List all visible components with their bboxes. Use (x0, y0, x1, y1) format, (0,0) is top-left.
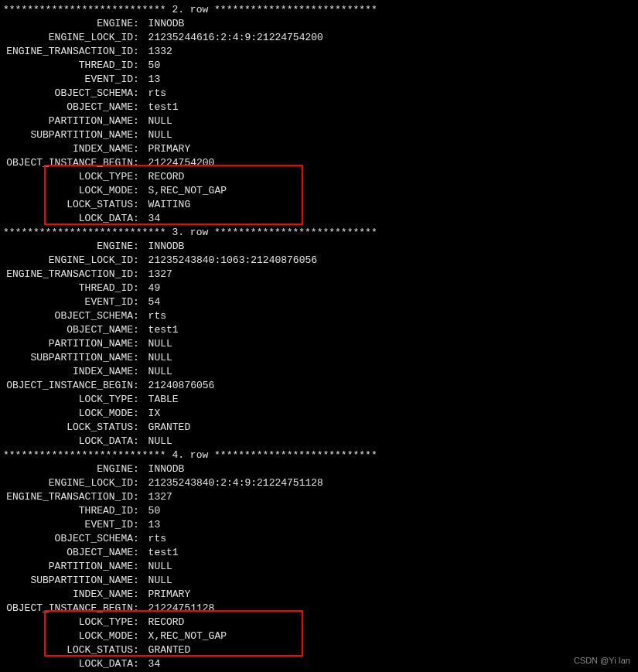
field-line: OBJECT_SCHEMA: rts (0, 532, 638, 546)
colon: : (133, 421, 148, 435)
field-value: 50 (148, 59, 161, 73)
colon: : (133, 212, 148, 226)
field-value: 21235243840:2:4:9:21224751128 (148, 476, 323, 490)
field-value: NULL (148, 574, 172, 588)
field-line: EVENT_ID: 13 (0, 518, 638, 532)
colon: : (133, 337, 148, 351)
field-value: rts (148, 532, 166, 546)
colon: : (133, 184, 148, 198)
field-value: INNODB (148, 240, 185, 254)
field-value: 50 (148, 504, 161, 518)
field-line: OBJECT_NAME: test1 (0, 323, 638, 337)
colon: : (133, 170, 148, 184)
field-label: LOCK_STATUS (0, 198, 133, 212)
field-label: SUBPARTITION_NAME (0, 574, 133, 588)
row-separator: *************************** 4. row *****… (0, 449, 638, 462)
watermark: CSDN @Yi Ian (574, 653, 630, 667)
colon: : (133, 73, 148, 87)
field-label: ENGINE_TRANSACTION_ID (0, 490, 133, 504)
field-value: NULL (148, 560, 172, 574)
field-value: 21224751128 (148, 602, 215, 616)
field-value: test1 (148, 323, 179, 337)
field-line: LOCK_MODE: IX (0, 407, 638, 421)
field-value: PRIMARY (148, 142, 191, 156)
field-line: LOCK_DATA: 34 (0, 657, 638, 671)
field-line: EVENT_ID: 54 (0, 295, 638, 309)
field-line: THREAD_ID: 49 (0, 281, 638, 295)
field-line: LOCK_TYPE: RECORD (0, 616, 638, 629)
field-line: INDEX_NAME: PRIMARY (0, 588, 638, 602)
row-separator: *************************** 3. row *****… (0, 226, 638, 240)
colon: : (133, 560, 148, 574)
field-line: OBJECT_INSTANCE_BEGIN: 21224751128 (0, 602, 638, 616)
field-label: LOCK_MODE (0, 629, 133, 643)
field-value: rts (148, 309, 166, 323)
field-label: LOCK_TYPE (0, 170, 133, 184)
field-line: INDEX_NAME: PRIMARY (0, 142, 638, 156)
field-line: SUBPARTITION_NAME: NULL (0, 128, 638, 142)
colon: : (133, 87, 148, 101)
field-line: PARTITION_NAME: NULL (0, 337, 638, 351)
field-label: LOCK_MODE (0, 407, 133, 421)
field-label: ENGINE_TRANSACTION_ID (0, 268, 133, 281)
colon: : (133, 309, 148, 323)
field-label: PARTITION_NAME (0, 560, 133, 574)
colon: : (133, 490, 148, 504)
colon: : (133, 602, 148, 616)
field-line: ENGINE_LOCK_ID: 21235243840:1063:2124087… (0, 254, 638, 268)
colon: : (133, 435, 148, 449)
colon: : (133, 142, 148, 156)
field-line: LOCK_STATUS: WAITING (0, 198, 638, 212)
field-value: 34 (148, 657, 161, 671)
field-value: 13 (148, 518, 161, 532)
field-value: NULL (148, 435, 172, 449)
field-value: test1 (148, 546, 179, 560)
colon: : (133, 379, 148, 393)
field-line: INDEX_NAME: NULL (0, 365, 638, 379)
field-label: OBJECT_SCHEMA (0, 309, 133, 323)
field-value: 34 (148, 212, 161, 226)
field-line: LOCK_MODE: S,REC_NOT_GAP (0, 184, 638, 198)
colon: : (133, 268, 148, 281)
terminal-output: *************************** 2. row *****… (0, 3, 638, 671)
field-line: ENGINE_LOCK_ID: 21235243840:2:4:9:212247… (0, 476, 638, 490)
row-separator: *************************** 2. row *****… (0, 3, 638, 17)
field-value: 54 (148, 295, 161, 309)
field-line: OBJECT_NAME: test1 (0, 101, 638, 114)
colon: : (133, 532, 148, 546)
field-label: SUBPARTITION_NAME (0, 128, 133, 142)
field-label: OBJECT_INSTANCE_BEGIN (0, 156, 133, 170)
field-label: LOCK_MODE (0, 184, 133, 198)
field-label: LOCK_DATA (0, 657, 133, 671)
field-line: ENGINE_TRANSACTION_ID: 1332 (0, 45, 638, 59)
field-value: NULL (148, 365, 172, 379)
colon: : (133, 643, 148, 657)
colon: : (133, 240, 148, 254)
field-label: EVENT_ID (0, 295, 133, 309)
field-label: OBJECT_INSTANCE_BEGIN (0, 602, 133, 616)
colon: : (133, 156, 148, 170)
field-line: OBJECT_NAME: test1 (0, 546, 638, 560)
colon: : (133, 295, 148, 309)
field-label: ENGINE_TRANSACTION_ID (0, 45, 133, 59)
field-value: INNODB (148, 462, 185, 476)
field-line: OBJECT_SCHEMA: rts (0, 87, 638, 101)
field-line: LOCK_STATUS: GRANTED (0, 643, 638, 657)
field-value: WAITING (148, 198, 191, 212)
field-line: THREAD_ID: 50 (0, 59, 638, 73)
field-value: 1327 (148, 490, 172, 504)
colon: : (133, 546, 148, 560)
field-line: ENGINE_TRANSACTION_ID: 1327 (0, 268, 638, 281)
colon: : (133, 629, 148, 643)
colon: : (133, 254, 148, 268)
colon: : (133, 45, 148, 59)
field-line: OBJECT_INSTANCE_BEGIN: 21240876056 (0, 379, 638, 393)
colon: : (133, 504, 148, 518)
field-label: LOCK_STATUS (0, 421, 133, 435)
field-line: LOCK_MODE: X,REC_NOT_GAP (0, 629, 638, 643)
field-label: INDEX_NAME (0, 365, 133, 379)
field-line: EVENT_ID: 13 (0, 73, 638, 87)
field-line: OBJECT_SCHEMA: rts (0, 309, 638, 323)
field-label: PARTITION_NAME (0, 337, 133, 351)
field-label: OBJECT_SCHEMA (0, 532, 133, 546)
